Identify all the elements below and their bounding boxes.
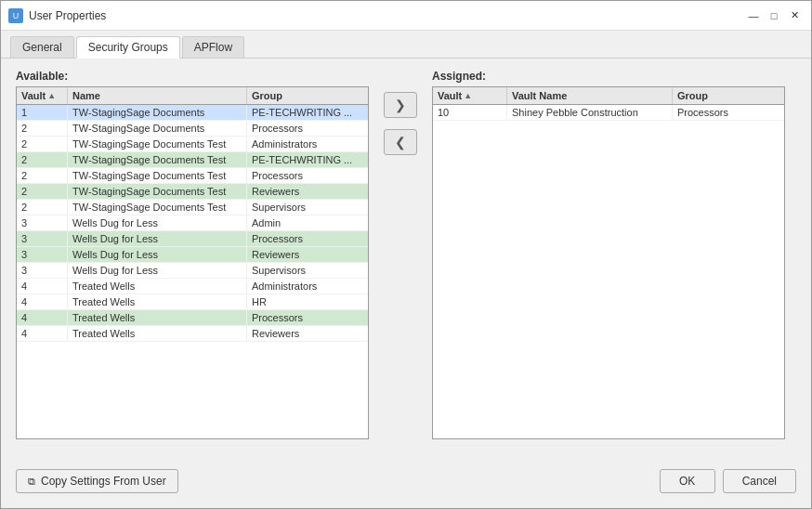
available-cell-group: Reviewers xyxy=(247,247,368,262)
assigned-table-body[interactable]: 10 Shiney Pebble Construction Processors xyxy=(433,105,784,438)
tab-bar: General Security Groups APFlow xyxy=(1,31,811,59)
assigned-col-vaultname[interactable]: Vault Name xyxy=(507,87,673,104)
tab-apflow[interactable]: APFlow xyxy=(182,36,244,58)
available-cell-vault: 3 xyxy=(17,231,68,246)
panels-row: Available: Vault ▲ Name Group xyxy=(16,70,796,462)
close-button[interactable]: ✕ xyxy=(785,7,804,24)
available-cell-vault: 4 xyxy=(17,310,68,325)
available-row[interactable]: 4 Treated Wells Processors xyxy=(17,310,368,326)
assigned-table-header: Vault ▲ Vault Name Group xyxy=(433,87,784,105)
available-cell-name: Treated Wells xyxy=(68,326,247,341)
available-cell-name: TW-StagingSage Documents Test xyxy=(68,184,247,199)
available-cell-group: PE-TECHWRITING ... xyxy=(247,152,368,167)
available-row[interactable]: 4 Treated Wells HR xyxy=(17,294,368,310)
available-cell-name: Wells Dug for Less xyxy=(68,263,247,278)
assigned-vault-sort-icon: ▲ xyxy=(464,91,472,100)
available-cell-group: PE-TECHWRITING ... xyxy=(247,105,368,120)
available-cell-name: TW-StagingSage Documents Test xyxy=(68,137,247,151)
available-row[interactable]: 3 Wells Dug for Less Processors xyxy=(17,231,368,247)
available-cell-vault: 2 xyxy=(17,200,68,215)
assigned-cell-vault: 10 xyxy=(433,105,507,120)
available-row[interactable]: 2 TW-StagingSage Documents Test PE-TECHW… xyxy=(17,152,368,168)
available-row[interactable]: 3 Wells Dug for Less Admin xyxy=(17,215,368,231)
available-row[interactable]: 2 TW-StagingSage Documents Test Processo… xyxy=(17,168,368,184)
available-cell-group: Administrators xyxy=(247,137,368,151)
window-controls: — □ ✕ xyxy=(744,7,804,24)
available-row[interactable]: 2 TW-StagingSage Documents Test Supervis… xyxy=(17,200,368,215)
cancel-button[interactable]: Cancel xyxy=(723,469,796,493)
content-area: Available: Vault ▲ Name Group xyxy=(1,59,811,508)
available-cell-vault: 2 xyxy=(17,137,68,151)
available-cell-name: Treated Wells xyxy=(68,279,247,294)
available-cell-group: Administrators xyxy=(247,279,368,294)
available-row[interactable]: 1 TW-StagingSage Documents PE-TECHWRITIN… xyxy=(17,105,368,121)
assigned-col-group[interactable]: Group xyxy=(673,87,784,104)
arrow-panel: ❯ ❮ xyxy=(369,92,432,155)
available-cell-name: TW-StagingSage Documents xyxy=(68,105,247,120)
window-title: User Properties xyxy=(29,9,106,22)
available-cell-name: TW-StagingSage Documents Test xyxy=(68,152,247,167)
available-row[interactable]: 4 Treated Wells Reviewers xyxy=(17,326,368,342)
right-arrow-icon: ❯ xyxy=(395,98,406,112)
footer-right: OK Cancel xyxy=(660,469,796,493)
ok-button[interactable]: OK xyxy=(660,469,715,493)
available-cell-name: TW-StagingSage Documents Test xyxy=(68,168,247,183)
available-row[interactable]: 3 Wells Dug for Less Supervisors xyxy=(17,263,368,279)
available-col-name[interactable]: Name xyxy=(68,87,247,104)
available-col-vault[interactable]: Vault ▲ xyxy=(17,87,68,104)
move-right-button[interactable]: ❯ xyxy=(384,92,417,118)
available-row[interactable]: 3 Wells Dug for Less Reviewers xyxy=(17,247,368,263)
assigned-label: Assigned: xyxy=(432,70,796,83)
tab-security-groups[interactable]: Security Groups xyxy=(76,36,180,59)
available-cell-vault: 1 xyxy=(17,105,68,120)
available-cell-vault: 3 xyxy=(17,263,68,278)
assigned-col-vault[interactable]: Vault ▲ xyxy=(433,87,507,104)
available-cell-vault: 4 xyxy=(17,279,68,294)
available-cell-group: Processors xyxy=(247,310,368,325)
available-cell-vault: 3 xyxy=(17,247,68,262)
assigned-row[interactable]: 10 Shiney Pebble Construction Processors xyxy=(433,105,784,121)
available-cell-vault: 4 xyxy=(17,294,68,309)
available-cell-group: Processors xyxy=(247,168,368,183)
footer: ⧉ Copy Settings From User OK Cancel xyxy=(16,462,796,497)
available-cell-name: Wells Dug for Less xyxy=(68,231,247,246)
available-cell-group: HR xyxy=(247,294,368,309)
move-left-button[interactable]: ❮ xyxy=(384,129,417,155)
available-cell-name: Wells Dug for Less xyxy=(68,247,247,262)
assigned-table-container: Vault ▲ Vault Name Group 10 Shiney Pebbl… xyxy=(432,86,785,439)
title-bar-left: U User Properties xyxy=(8,8,106,23)
assigned-cell-vaultname: Shiney Pebble Construction xyxy=(507,105,673,120)
copy-settings-label: Copy Settings From User xyxy=(41,475,166,488)
vault-sort-icon: ▲ xyxy=(47,91,56,100)
available-cell-vault: 4 xyxy=(17,326,68,341)
available-col-group[interactable]: Group xyxy=(247,87,368,104)
available-cell-group: Processors xyxy=(247,231,368,246)
app-icon: U xyxy=(8,8,23,23)
available-cell-vault: 2 xyxy=(17,184,68,199)
available-row[interactable]: 2 TW-StagingSage Documents Test Reviewer… xyxy=(17,184,368,200)
available-cell-group: Supervisors xyxy=(247,200,368,215)
available-cell-vault: 2 xyxy=(17,152,68,167)
available-cell-group: Admin xyxy=(247,215,368,230)
main-window: U User Properties — □ ✕ General Security… xyxy=(0,0,812,509)
assigned-cell-group: Processors xyxy=(673,105,784,120)
available-row[interactable]: 2 TW-StagingSage Documents Processors xyxy=(17,121,368,137)
maximize-button[interactable]: □ xyxy=(765,7,783,24)
left-arrow-icon: ❮ xyxy=(395,135,406,150)
available-table-container: Vault ▲ Name Group 1 TW-StagingSage Docu… xyxy=(16,86,369,439)
available-cell-group: Reviewers xyxy=(247,184,368,199)
available-panel: Available: Vault ▲ Name Group xyxy=(16,70,369,439)
available-cell-group: Processors xyxy=(247,121,368,136)
copy-settings-button[interactable]: ⧉ Copy Settings From User xyxy=(16,469,178,493)
available-row[interactable]: 4 Treated Wells Administrators xyxy=(17,279,368,294)
available-row[interactable]: 2 TW-StagingSage Documents Test Administ… xyxy=(17,137,368,152)
available-table-body[interactable]: 1 TW-StagingSage Documents PE-TECHWRITIN… xyxy=(17,105,368,438)
available-cell-vault: 2 xyxy=(17,168,68,183)
available-cell-name: Treated Wells xyxy=(68,310,247,325)
available-cell-name: Treated Wells xyxy=(68,294,247,309)
tab-general[interactable]: General xyxy=(10,36,74,58)
minimize-button[interactable]: — xyxy=(744,7,763,24)
footer-left: ⧉ Copy Settings From User xyxy=(16,469,178,493)
available-cell-name: Wells Dug for Less xyxy=(68,215,247,230)
copy-icon: ⧉ xyxy=(28,476,35,488)
